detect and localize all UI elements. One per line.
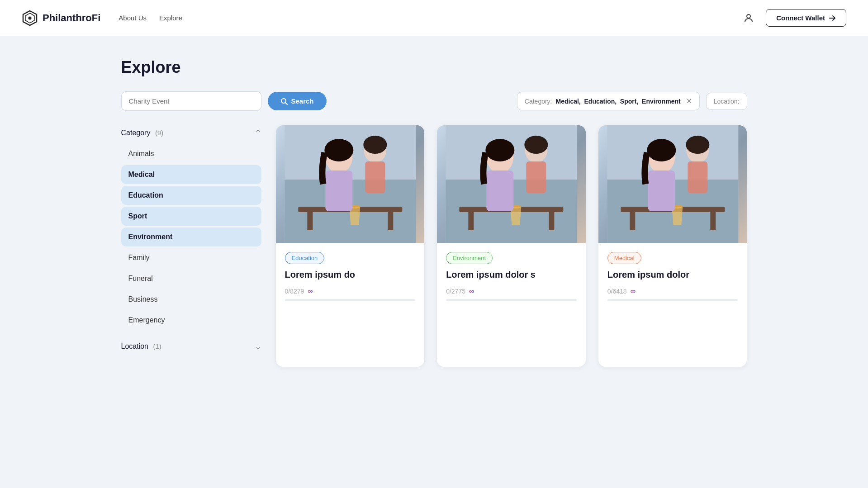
main-nav: About Us Explore [119, 14, 182, 22]
svg-rect-11 [388, 212, 393, 230]
sidebar-item-family[interactable]: Family [121, 248, 261, 267]
category-filter-close-button[interactable]: ✕ [686, 97, 692, 105]
logo-text: PhilanthroFi [43, 12, 100, 24]
svg-rect-41 [688, 161, 707, 193]
sidebar-item-education[interactable]: Education [121, 186, 261, 205]
svg-point-15 [324, 139, 353, 161]
card-1[interactable]: Environment Lorem ipsum dolor s 0/2775 ∞ [437, 125, 586, 367]
sidebar-item-animals[interactable]: Animals [121, 144, 261, 163]
card-0-tag: Education [285, 252, 325, 264]
card-2-progress-row: 0/6418 ∞ [607, 287, 738, 295]
nav-about[interactable]: About Us [119, 14, 147, 22]
svg-point-3 [747, 14, 750, 18]
search-button[interactable]: Search [268, 92, 327, 110]
svg-rect-23 [549, 212, 554, 230]
card-0-image [276, 125, 425, 243]
card-1-body: Environment Lorem ipsum dolor s 0/2775 ∞ [437, 243, 586, 312]
card-1-image [437, 125, 586, 243]
svg-point-42 [686, 136, 709, 154]
svg-rect-38 [648, 171, 675, 211]
cards-grid: Education Lorem ipsum do 0/8279 ∞ [276, 125, 747, 367]
header-left: PhilanthroFi About Us Explore [22, 10, 182, 26]
page-title: Explore [121, 58, 747, 77]
card-2-body: Medical Lorem ipsum dolor 0/6418 ∞ [598, 243, 747, 312]
svg-rect-22 [468, 212, 474, 230]
svg-line-6 [285, 103, 287, 104]
category-items-list: Animals Medical Education Sport Environm… [121, 144, 261, 330]
logo[interactable]: PhilanthroFi [22, 10, 100, 26]
sidebar-item-emergency[interactable]: Emergency [121, 311, 261, 330]
category-section: Category (9) ⌃ Animals Medical Education [121, 125, 261, 330]
card-1-progress-row: 0/2775 ∞ [446, 287, 577, 295]
content-area: Category (9) ⌃ Animals Medical Education [121, 125, 747, 367]
card-1-tag: Environment [446, 252, 493, 264]
location-section-header[interactable]: Location (1) ⌄ [121, 339, 261, 358]
card-2-infinity-icon: ∞ [631, 287, 636, 295]
sidebar-item-sport[interactable]: Sport [121, 207, 261, 226]
nav-explore[interactable]: Explore [159, 14, 182, 22]
svg-point-2 [28, 16, 32, 19]
card-0-amount: 0/8279 [285, 288, 304, 295]
sidebar-item-medical[interactable]: Medical [121, 165, 261, 184]
sidebar-item-business[interactable]: Business [121, 290, 261, 309]
card-2[interactable]: Medical Lorem ipsum dolor 0/6418 ∞ [598, 125, 747, 367]
svg-point-39 [647, 139, 676, 161]
sidebar: Category (9) ⌃ Animals Medical Education [121, 125, 261, 367]
location-section-title: Location (1) [121, 342, 161, 351]
card-2-amount: 0/6418 [607, 288, 627, 295]
card-0-infinity-icon: ∞ [308, 287, 313, 295]
svg-rect-34 [630, 212, 635, 230]
user-icon [743, 13, 754, 24]
card-0-progress-row: 0/8279 ∞ [285, 287, 416, 295]
card-1-amount: 0/2775 [446, 288, 465, 295]
category-filter-label: Category: [525, 98, 552, 105]
card-1-progress-bar [446, 299, 577, 301]
card-1-title: Lorem ipsum dolor s [446, 270, 577, 280]
search-row: Search Category: Medical, Education, Spo… [121, 91, 747, 111]
svg-rect-26 [486, 171, 513, 211]
card-0-illustration [276, 125, 425, 243]
svg-point-30 [524, 136, 548, 154]
connect-wallet-button[interactable]: Connect Wallet [766, 9, 846, 27]
location-chevron-down-icon: ⌄ [255, 341, 261, 351]
svg-rect-14 [325, 171, 352, 211]
card-0-body: Education Lorem ipsum do 0/8279 ∞ [276, 243, 425, 312]
user-profile-button[interactable] [740, 10, 757, 26]
main-content: Explore Search Category: Medical, Educat… [100, 36, 769, 394]
card-0-title: Lorem ipsum do [285, 270, 416, 280]
logo-icon [22, 10, 38, 26]
category-section-header[interactable]: Category (9) ⌃ [121, 125, 261, 144]
svg-rect-35 [710, 212, 716, 230]
category-section-title: Category (9) [121, 129, 164, 137]
card-0-progress-bar [285, 299, 416, 301]
card-1-infinity-icon: ∞ [469, 287, 474, 295]
location-filter-label: Location: [714, 98, 740, 105]
category-filter-values: Medical, Education, Sport, Environment [556, 98, 681, 105]
category-chevron-up-icon: ⌃ [255, 128, 261, 138]
sidebar-item-environment[interactable]: Environment [121, 227, 261, 246]
arrow-right-icon [829, 14, 836, 22]
card-1-illustration [437, 125, 586, 243]
sidebar-item-funeral[interactable]: Funeral [121, 269, 261, 288]
card-2-image [598, 125, 747, 243]
header-right: Connect Wallet [740, 9, 846, 27]
svg-rect-29 [526, 161, 546, 193]
card-2-tag: Medical [607, 252, 641, 264]
card-2-progress-bar [607, 299, 738, 301]
search-input[interactable] [121, 91, 261, 111]
search-input-wrap [121, 91, 261, 111]
card-2-title: Lorem ipsum dolor [607, 270, 738, 280]
svg-rect-10 [307, 212, 313, 230]
svg-point-18 [363, 136, 387, 154]
card-2-illustration [598, 125, 747, 243]
svg-point-27 [485, 139, 514, 161]
header: PhilanthroFi About Us Explore Connect Wa… [0, 0, 868, 36]
location-filter-display: Location: [706, 93, 747, 110]
search-icon [280, 98, 288, 105]
card-0[interactable]: Education Lorem ipsum do 0/8279 ∞ [276, 125, 425, 367]
svg-rect-17 [365, 161, 385, 193]
location-section: Location (1) ⌄ [121, 339, 261, 358]
category-filter-display: Category: Medical, Education, Sport, Env… [517, 92, 700, 110]
